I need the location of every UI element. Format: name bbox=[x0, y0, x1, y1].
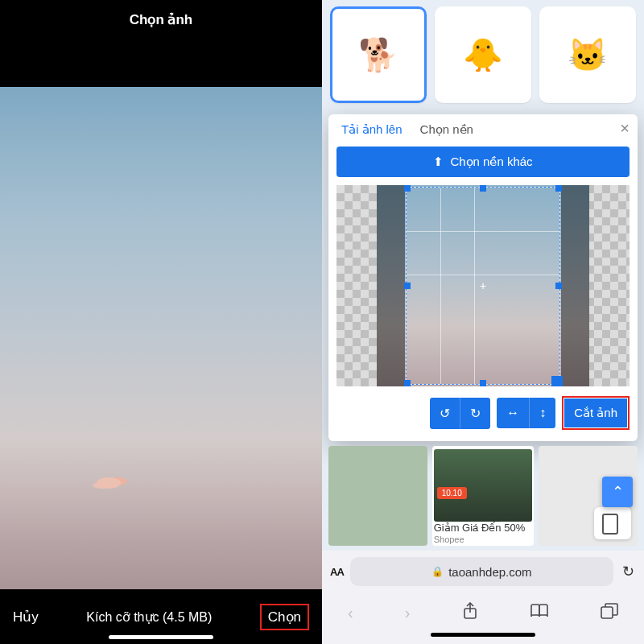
tab-upload[interactable]: Tải ảnh lên bbox=[341, 122, 402, 142]
modal-tabs: Tải ảnh lên Chọn nền bbox=[336, 122, 630, 147]
url-field[interactable]: 🔒 taoanhdep.com bbox=[350, 557, 613, 586]
crop-handle-bottom[interactable] bbox=[480, 380, 486, 386]
safari-toolbar: ‹ › bbox=[322, 592, 644, 633]
url-domain: taoanhdep.com bbox=[448, 565, 531, 579]
bg-thumb-1[interactable] bbox=[328, 446, 427, 546]
upload-modal: × Tải ảnh lên Chọn nền ⬆ Chọn nền khác + bbox=[328, 114, 638, 441]
home-indicator[interactable] bbox=[109, 635, 213, 639]
upload-icon: ⬆ bbox=[433, 155, 444, 169]
home-indicator-right[interactable] bbox=[322, 633, 644, 644]
cloud-decoration bbox=[97, 477, 121, 489]
back-icon[interactable]: ‹ bbox=[348, 604, 353, 622]
cancel-button[interactable]: Hủy bbox=[13, 609, 39, 625]
crop-handle-right[interactable] bbox=[555, 283, 562, 289]
tabs-icon[interactable] bbox=[601, 603, 618, 623]
sticker-cat[interactable]: 🐱 bbox=[539, 6, 636, 103]
chevron-up-icon: ⌃ bbox=[612, 483, 624, 501]
crop-handle-tr[interactable] bbox=[555, 185, 562, 192]
crop-dim-left bbox=[377, 185, 405, 386]
crop-handle-left[interactable] bbox=[404, 283, 411, 289]
ad-badge: 10.10 bbox=[437, 487, 467, 499]
crop-dim-right bbox=[561, 185, 589, 386]
phone-left: Chọn ảnh Hủy Kích cỡ thực (4.5 MB) Chọn bbox=[0, 0, 322, 644]
photo-preview[interactable] bbox=[0, 87, 322, 589]
choose-other-bg-button[interactable]: ⬆ Chọn nền khác bbox=[336, 147, 630, 177]
sticker-row: 🐕 🐥 🐱 bbox=[322, 0, 644, 109]
flip-vertical-icon[interactable]: ↕ bbox=[529, 398, 555, 428]
crop-button-highlight: Cắt ảnh bbox=[562, 396, 630, 430]
choose-other-bg-label: Chọn nền khác bbox=[450, 155, 532, 169]
crop-handle-br[interactable] bbox=[551, 376, 563, 386]
reload-icon[interactable]: ↻ bbox=[620, 564, 636, 580]
ad-subtitle: Shopee bbox=[434, 535, 533, 544]
crop-handle-bl[interactable] bbox=[404, 380, 411, 386]
sticker-dog[interactable]: 🐕 bbox=[330, 6, 427, 103]
sticker-chick[interactable]: 🐥 bbox=[435, 6, 531, 103]
svg-rect-1 bbox=[601, 607, 613, 618]
crop-toolbar: ↺ ↻ ↔ ↕ Cắt ảnh bbox=[336, 396, 630, 430]
phone-right: 🐕 🐥 🐱 × Tải ảnh lên Chọn nền ⬆ Chọn nền … bbox=[322, 0, 644, 644]
choose-button[interactable]: Chọn bbox=[260, 604, 309, 630]
undo-icon[interactable]: ↺ bbox=[430, 398, 460, 429]
forward-icon[interactable]: › bbox=[405, 604, 411, 622]
scroll-top-button[interactable]: ⌃ bbox=[602, 477, 633, 507]
crop-button[interactable]: Cắt ảnh bbox=[564, 398, 627, 427]
picker-title: Chọn ảnh bbox=[0, 0, 322, 39]
text-size-button[interactable]: AA bbox=[330, 566, 344, 578]
crop-canvas[interactable]: + bbox=[336, 185, 630, 386]
flip-group: ↔ ↕ bbox=[497, 398, 555, 428]
crop-selection[interactable]: + bbox=[406, 187, 560, 385]
plug-icon bbox=[594, 507, 631, 539]
bookmarks-icon[interactable] bbox=[530, 604, 549, 622]
safari-address-bar: AA 🔒 taoanhdep.com ↻ bbox=[322, 551, 644, 592]
background-gallery: 10.10 Giảm Giá Đến 50% Shopee bbox=[322, 441, 644, 551]
lock-icon: 🔒 bbox=[431, 566, 444, 577]
crop-handle-top[interactable] bbox=[480, 185, 486, 192]
close-icon[interactable]: × bbox=[620, 119, 630, 138]
share-icon[interactable] bbox=[462, 602, 478, 624]
flip-horizontal-icon[interactable]: ↔ bbox=[497, 398, 529, 428]
crop-center-icon: + bbox=[480, 279, 486, 292]
rotate-group: ↺ ↻ bbox=[430, 398, 490, 429]
redo-icon[interactable]: ↻ bbox=[460, 398, 490, 429]
crop-handle-tl[interactable] bbox=[404, 185, 411, 192]
tab-background[interactable]: Chọn nền bbox=[420, 122, 473, 142]
size-info: Kích cỡ thực (4.5 MB) bbox=[39, 609, 260, 625]
ad-card[interactable]: 10.10 Giảm Giá Đến 50% Shopee bbox=[432, 446, 535, 546]
ad-title: Giảm Giá Đến 50% bbox=[434, 522, 533, 535]
